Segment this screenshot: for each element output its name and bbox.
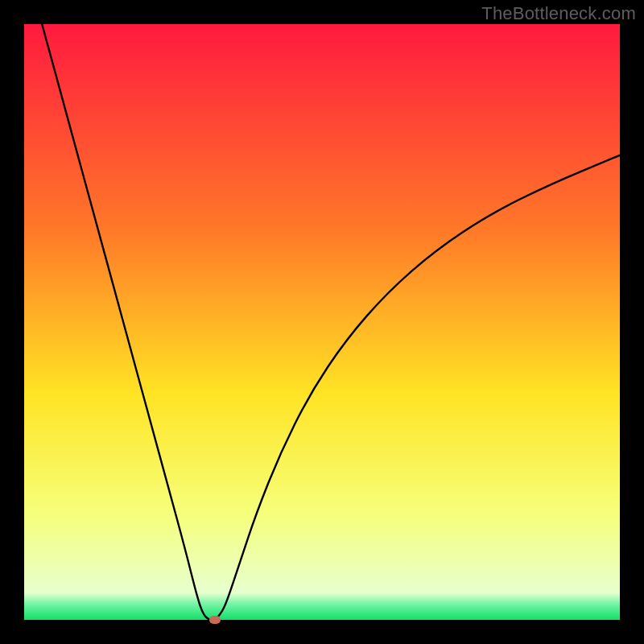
sweet-spot-marker [209, 616, 221, 624]
curve-path [42, 24, 620, 620]
plot-area [24, 24, 620, 620]
watermark-text: TheBottleneck.com [481, 3, 636, 24]
bottleneck-curve [24, 24, 620, 620]
chart-frame: TheBottleneck.com [0, 0, 644, 644]
